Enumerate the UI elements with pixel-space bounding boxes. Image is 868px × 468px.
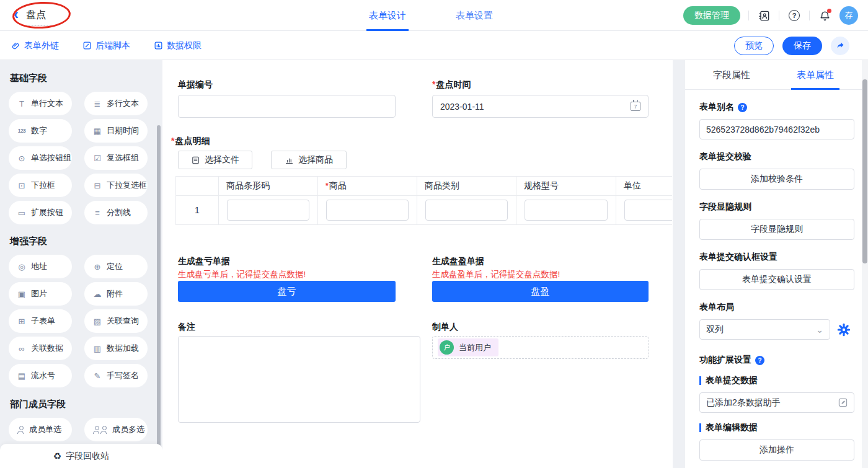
field-relation-query[interactable]: ▨关联查询 (84, 309, 148, 333)
external-link-button[interactable]: 表单外链 (11, 40, 59, 51)
field-address[interactable]: ◎地址 (9, 255, 72, 278)
button-icon: ▭ (17, 208, 27, 218)
field-checkbox-group[interactable]: ☑复选框组 (84, 146, 148, 170)
share-arrow-icon (836, 41, 845, 50)
field-recycle-bin-button[interactable]: ♻ 字段回收站 (0, 444, 162, 468)
field-datetime[interactable]: ▦日期时间 (84, 119, 148, 143)
category-input[interactable] (425, 200, 508, 221)
loss-button[interactable]: 盘亏 (178, 281, 396, 302)
basic-field-grid: T单行文本 ≣多行文本 123数字 ▦日期时间 ⊙单选按钮组 ☑复选框组 ⊡下拉… (9, 92, 162, 224)
calendar-icon: ▦ (92, 126, 102, 136)
crosshair-icon: ⊕ (92, 262, 102, 272)
doc-no-input[interactable] (178, 95, 396, 118)
share-button[interactable] (831, 37, 849, 55)
submit-confirm-button[interactable]: 表单提交确认设置 (699, 269, 854, 290)
notification-dot (827, 9, 831, 13)
visibility-rules-button[interactable]: 字段显隐规则 (699, 219, 854, 240)
edit-data-label: 表单编辑数据 (699, 422, 854, 433)
layout-select[interactable]: 双列 ⌄ (699, 319, 830, 340)
layout-gear-button[interactable] (837, 323, 851, 337)
chevron-down-icon: ⌄ (816, 327, 823, 333)
page-title: 盘点 (26, 9, 46, 22)
field-number[interactable]: 123数字 (9, 119, 72, 143)
canvas-panel-gap (673, 60, 685, 468)
data-manage-button[interactable]: 数据管理 (683, 6, 740, 25)
field-radio-group[interactable]: ⊙单选按钮组 (9, 146, 72, 170)
choose-product-button[interactable]: 选择商品 (271, 151, 347, 169)
link-icon (11, 41, 20, 50)
profit-label: 生成盘盈单据 (432, 256, 484, 267)
field-sub-form[interactable]: ⊞子表单 (9, 309, 72, 333)
pen-icon: ✎ (92, 371, 102, 381)
notification-bell-icon[interactable] (818, 9, 831, 22)
top-bar: ‹ 盘点 表单设计 表单设置 数据管理 ? 存 (0, 0, 868, 31)
field-location[interactable]: ⊕定位 (84, 255, 148, 278)
divider (809, 11, 810, 20)
alias-help-icon[interactable]: ? (738, 103, 747, 112)
contact-book-icon[interactable] (757, 9, 771, 22)
current-user-tag[interactable]: 户 当前用户 (438, 338, 498, 356)
choose-file-button[interactable]: 选择文件 (178, 151, 252, 169)
tab-form-properties[interactable]: 表单属性 (797, 60, 834, 90)
tab-form-design[interactable]: 表单设计 (369, 0, 406, 31)
add-operation-button[interactable]: 添加操作 (699, 439, 854, 461)
enhanced-field-grid: ◎地址 ⊕定位 ▣图片 ☁附件 ⊞子表单 ▨关联查询 ∞关联数据 ▥数据加载 ▤… (9, 255, 162, 387)
field-select[interactable]: ⊡下拉框 (9, 174, 72, 197)
detail-table-row: 1 (175, 195, 672, 225)
edit-pencil-icon (838, 397, 848, 408)
submit-data-label: 表单提交数据 (699, 375, 854, 386)
people-icon (100, 426, 108, 434)
field-multi-line-text[interactable]: ≣多行文本 (84, 92, 148, 115)
check-time-date-input[interactable]: 2023-01-11 7 (432, 95, 649, 118)
form-alias-input[interactable] (699, 119, 854, 139)
col-spec: 规格型号 (516, 176, 616, 195)
text-icon: T (17, 99, 27, 108)
field-image[interactable]: ▣图片 (9, 282, 72, 306)
user-avatar[interactable]: 存 (839, 6, 858, 25)
creator-field[interactable]: 户 当前用户 (432, 336, 649, 359)
check-time-label: *盘点时间 (432, 79, 471, 91)
loss-note: 生成盘亏单后，记得提交盘点数据! (178, 269, 306, 280)
extension-help-icon[interactable]: ? (755, 356, 764, 365)
image-icon: ▣ (17, 289, 27, 299)
edit-pencil-button[interactable] (838, 397, 848, 408)
field-member-single[interactable]: 成员单选 (9, 418, 72, 441)
detail-table-header: 商品条形码 *商品 商品类别 规格型号 单位 (175, 176, 672, 195)
preview-button[interactable]: 预览 (734, 37, 774, 55)
field-relation-data[interactable]: ∞关联数据 (9, 337, 72, 360)
remark-textarea[interactable] (178, 336, 420, 423)
data-permission-button[interactable]: 数据权限 (154, 40, 202, 51)
save-button[interactable]: 保存 (782, 37, 822, 55)
field-signature[interactable]: ✎手写签名 (84, 364, 148, 387)
properties-tabs: 字段属性 表单属性 (685, 60, 862, 90)
tab-form-settings[interactable]: 表单设置 (456, 0, 493, 31)
col-unit: 单位 (616, 176, 672, 195)
tab-field-properties[interactable]: 字段属性 (713, 60, 750, 90)
field-extend-button[interactable]: ▭扩展按钮 (9, 201, 72, 224)
page-scrollbar-thumb[interactable] (862, 79, 867, 263)
backend-script-button[interactable]: 后端脚本 (82, 40, 130, 51)
calendar-icon: 7 (631, 102, 640, 111)
unit-input[interactable] (624, 200, 672, 221)
title-dashed-underline (22, 25, 55, 26)
barcode-input[interactable] (227, 200, 309, 221)
relation-query-icon: ▨ (92, 317, 102, 326)
help-icon[interactable]: ? (787, 9, 801, 22)
field-multi-select[interactable]: ⊟下拉复选框 (84, 174, 148, 197)
field-divider-line[interactable]: ≡分割线 (84, 201, 148, 224)
add-validation-button[interactable]: 添加校验条件 (699, 169, 854, 190)
product-input[interactable] (326, 200, 409, 221)
field-data-load[interactable]: ▥数据加载 (84, 337, 148, 360)
field-single-line-text[interactable]: T单行文本 (9, 92, 72, 115)
permission-icon (154, 41, 163, 50)
profit-button[interactable]: 盘盈 (432, 281, 649, 302)
radio-icon: ⊙ (17, 154, 27, 163)
field-serial-number[interactable]: ▤流水号 (9, 364, 72, 387)
dropdown-icon: ⊡ (17, 181, 27, 190)
spec-input[interactable] (525, 200, 608, 221)
field-member-multi[interactable]: 成员多选 (84, 418, 148, 441)
divider-icon: ≡ (92, 208, 102, 218)
sidebar-scrollbar[interactable] (157, 125, 161, 468)
back-icon[interactable]: ‹ (14, 6, 19, 23)
field-attachment[interactable]: ☁附件 (84, 282, 148, 306)
